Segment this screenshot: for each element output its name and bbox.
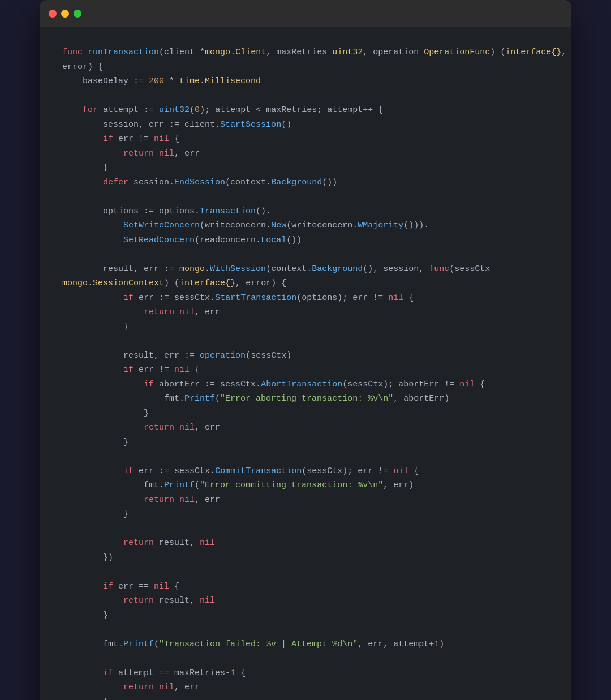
maximize-dot[interactable] (74, 10, 81, 18)
minimize-dot[interactable] (61, 10, 69, 18)
close-dot[interactable] (49, 10, 57, 18)
titlebar (40, 0, 571, 27)
code-editor: func runTransaction(client *mongo.Client… (40, 27, 571, 700)
code-window: func runTransaction(client *mongo.Client… (40, 0, 571, 700)
